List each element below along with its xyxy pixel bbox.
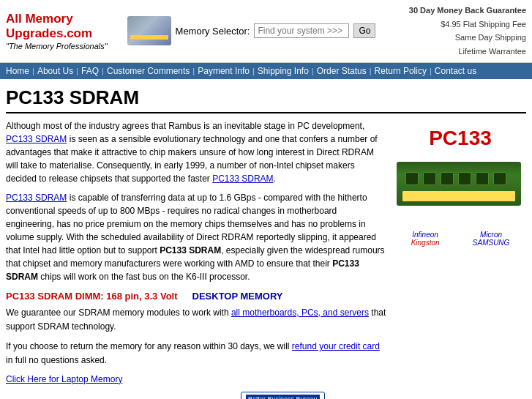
- memory-selector-label: Memory Selector:: [176, 26, 250, 37]
- chip-4: [458, 172, 471, 185]
- guarantee-line3: Same Day Shipping: [380, 31, 526, 45]
- nav-about[interactable]: About Us: [37, 66, 73, 76]
- pc133-link-2[interactable]: PC133 SDRAM: [212, 174, 273, 184]
- navigation: Home | About Us | FAQ | Customer Comment…: [0, 63, 532, 79]
- nav-sep-6: |: [312, 67, 314, 75]
- chip-3: [441, 172, 454, 185]
- site-logo: All Memory Upgrades.com "The Memory Prof…: [6, 12, 123, 51]
- laptop-memory-link[interactable]: Click Here for Laptop Memory: [6, 374, 387, 384]
- bbb-badge: Better Business Bureau BBB. RATING A+: [241, 392, 325, 400]
- main-content: PC133 SDRAM Although most of the industr…: [0, 79, 532, 399]
- spec-dimm: PC133 SDRAM DIMM: 168 pin, 3.3 Volt: [6, 291, 178, 302]
- nav-payment[interactable]: Payment Info: [198, 66, 250, 76]
- go-button[interactable]: Go: [353, 23, 375, 38]
- pc133-label: PC133: [394, 127, 526, 150]
- chip-2: [423, 172, 436, 185]
- site-name: All Memory Upgrades.com: [6, 12, 123, 42]
- brand-bold-2: PC133 SDRAM: [6, 258, 359, 282]
- nav-sep-1: |: [32, 67, 34, 75]
- bbb-header: Better Business Bureau: [246, 395, 320, 400]
- memory-selector-input[interactable]: [254, 23, 349, 38]
- guarantee-line4: Lifetime Warrantee: [380, 45, 526, 59]
- spec-line: PC133 SDRAM DIMM: 168 pin, 3.3 Volt DESK…: [6, 291, 387, 302]
- ram-image: [127, 16, 171, 45]
- page-header: All Memory Upgrades.com "The Memory Prof…: [0, 0, 532, 63]
- page-title: PC133 SDRAM: [6, 86, 526, 113]
- ram-chips: [405, 172, 506, 185]
- site-name-line2: Upgrades.com: [6, 26, 92, 40]
- nav-contact[interactable]: Contact us: [435, 66, 476, 76]
- brand-infineon: Infineon: [412, 231, 438, 239]
- guarantee-line2: $4.95 Flat Shipping Fee: [380, 18, 526, 31]
- intro-paragraph-1: Although most of the industry agrees tha…: [6, 119, 387, 185]
- content-body: Although most of the industry agrees tha…: [6, 119, 526, 399]
- nav-sep-7: |: [370, 67, 372, 75]
- site-name-line1: All Memory: [6, 12, 73, 26]
- brand-samsung: SAMSUNG: [473, 239, 510, 247]
- intro-paragraph-2: PC133 SDRAM is capable of transferring d…: [6, 191, 387, 283]
- guarantee-line1: 30 Day Money Back Guarantee: [380, 4, 526, 18]
- nav-comments[interactable]: Customer Comments: [107, 66, 190, 76]
- nav-sep-3: |: [102, 67, 104, 75]
- content-right: PC133 Infineon K: [394, 127, 526, 399]
- chip-1: [405, 172, 419, 185]
- spec-type: DESKTOP MEMORY: [192, 291, 283, 302]
- brand-labels: Infineon Kingston Micron SAMSUNG: [394, 231, 526, 247]
- refund-link[interactable]: refund your credit card: [292, 341, 380, 351]
- ram-stick-image: [397, 154, 525, 228]
- guarantee-info: 30 Day Money Back Guarantee $4.95 Flat S…: [380, 4, 526, 59]
- nav-sep-8: |: [430, 67, 432, 75]
- nav-shipping[interactable]: Shipping Info: [258, 66, 309, 76]
- brand-bold-1: PC133 SDRAM: [160, 245, 221, 256]
- badges-area: See Customer Reviews Yahoo! TOPSERVICE ★…: [6, 392, 387, 400]
- brand-group-left: Infineon Kingston: [411, 231, 440, 247]
- nav-return[interactable]: Return Policy: [375, 66, 427, 76]
- chip-5: [476, 172, 489, 185]
- content-left: Although most of the industry agrees tha…: [6, 119, 387, 399]
- memory-selector-section: Memory Selector: Go: [123, 16, 380, 45]
- nav-faq[interactable]: FAQ: [81, 66, 99, 76]
- nav-sep-2: |: [76, 67, 78, 75]
- tagline: "The Memory Professionals": [6, 42, 123, 51]
- pc133-link-3[interactable]: PC133 SDRAM: [6, 193, 67, 203]
- brand-kingston: Kingston: [411, 239, 440, 247]
- guarantee-paragraph-2: If you choose to return the memory for a…: [6, 340, 387, 368]
- brand-micron: Micron: [480, 231, 502, 239]
- nav-home[interactable]: Home: [6, 66, 29, 76]
- guarantee-paragraph-1: We guarantee our SDRAM memory modules to…: [6, 306, 387, 334]
- nav-sep-4: |: [192, 67, 195, 75]
- nav-order-status[interactable]: Order Status: [317, 66, 367, 76]
- brand-group-right: Micron SAMSUNG: [473, 231, 510, 247]
- ram-stick: [397, 162, 521, 206]
- nav-sep-5: |: [252, 67, 255, 75]
- all-motherboards-link[interactable]: all motherboards, PCs, and servers: [231, 307, 369, 318]
- pc133-link-1[interactable]: PC133 SDRAM: [6, 134, 67, 144]
- chip-6: [493, 172, 506, 185]
